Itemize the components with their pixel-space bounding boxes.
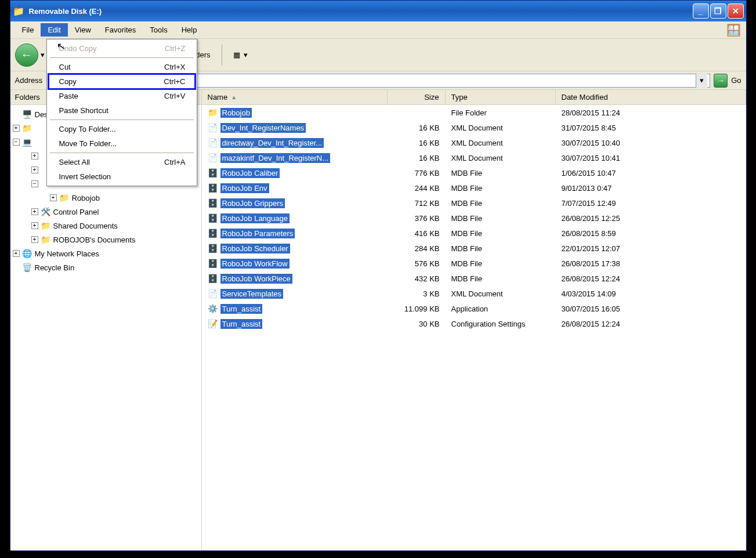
file-size: 712 KB: [388, 199, 446, 208]
menu-item-copy[interactable]: CopyCtrl+C: [49, 74, 195, 89]
minimize-button[interactable]: _: [693, 3, 709, 19]
menu-item-copy-to-folder-[interactable]: Copy To Folder...: [49, 122, 195, 136]
file-type: MDB File: [446, 229, 556, 238]
back-button[interactable]: ←: [15, 44, 38, 67]
file-row[interactable]: 📄mazakintf_Dev_Int_RegisterN...16 KBXML …: [202, 150, 746, 165]
file-name: ServiceTemplates: [220, 289, 284, 299]
file-row[interactable]: 📝Turn_assist30 KBConfiguration Settings2…: [202, 316, 746, 331]
tree-item[interactable]: 🗑️Recycle Bin: [13, 260, 201, 274]
tree-item-icon: 💻: [22, 137, 32, 147]
tree-item-label: ROBOJOB's Documents: [53, 235, 136, 244]
file-row[interactable]: 🗄️RoboJob WorkFlow576 KBMDB File26/08/20…: [202, 256, 746, 271]
tree-expand-button[interactable]: +: [13, 250, 20, 257]
file-name: Dev_Int_RegisterNames: [220, 123, 306, 133]
col-header-size[interactable]: Size: [388, 90, 446, 104]
file-list-view: Name▲ Size Type Date Modified 📁RobojobFi…: [202, 90, 746, 550]
file-name: RoboJob Scheduler: [220, 244, 290, 253]
file-row[interactable]: 🗄️RoboJob WorkPiece432 KBMDB File26/08/2…: [202, 271, 746, 286]
explorer-window: Removable Disk (E:) _ ❐ ✕ File Edit View…: [10, 0, 747, 551]
title-bar[interactable]: Removable Disk (E:) _ ❐ ✕: [10, 1, 746, 21]
menu-help[interactable]: Help: [175, 23, 204, 37]
tree-expand-button[interactable]: +: [31, 222, 38, 229]
file-type: Configuration Settings: [446, 320, 556, 328]
tree-expand-button[interactable]: +: [13, 125, 20, 132]
tree-expand-button[interactable]: −: [31, 180, 38, 187]
file-row[interactable]: 📄ServiceTemplates3 KBXML Document4/03/20…: [202, 286, 746, 301]
menu-tools[interactable]: Tools: [143, 23, 174, 37]
menu-view[interactable]: View: [68, 23, 98, 37]
menu-item-paste[interactable]: PasteCtrl+V: [49, 89, 195, 103]
menu-item-paste-shortcut[interactable]: Paste Shortcut: [49, 103, 195, 118]
menu-file[interactable]: File: [15, 23, 41, 37]
menu-item-invert-selection[interactable]: Invert Selection: [49, 169, 195, 184]
file-row[interactable]: 🗄️RoboJob Caliber776 KBMDB File1/06/2015…: [202, 165, 746, 180]
file-size: 11.099 KB: [388, 305, 446, 313]
chevron-down-icon: ▾: [244, 50, 248, 59]
tree-item[interactable]: +🌐My Network Places: [13, 247, 201, 260]
file-name: Robojob: [220, 108, 252, 118]
sort-asc-icon: ▲: [231, 94, 237, 100]
tree-expand-button[interactable]: +: [31, 236, 38, 243]
file-icon: 🗄️: [208, 213, 218, 223]
toolbar-separator: [222, 45, 222, 66]
menu-favorites[interactable]: Favorites: [98, 23, 143, 37]
tree-item[interactable]: +📁Robojob: [13, 191, 201, 205]
file-size: 244 KB: [388, 184, 446, 193]
file-size: 432 KB: [388, 274, 446, 283]
file-icon: 📁: [208, 107, 218, 118]
file-list-body: 📁RobojobFile Folder28/08/2015 11:24📄Dev_…: [202, 105, 746, 331]
col-header-date[interactable]: Date Modified: [556, 90, 746, 104]
menu-item-cut[interactable]: CutCtrl+X: [49, 60, 195, 74]
menu-edit[interactable]: Edit: [41, 23, 67, 37]
file-row[interactable]: 📄Dev_Int_RegisterNames16 KBXML Document3…: [202, 120, 746, 135]
file-icon: 🗄️: [208, 273, 218, 284]
views-icon: ▦: [233, 50, 240, 59]
menu-separator: [50, 119, 194, 120]
menu-item-accel: Ctrl+A: [164, 158, 185, 166]
file-name: RoboJob Caliber: [220, 168, 280, 178]
file-row[interactable]: 🗄️RoboJob Grippers712 KBMDB File7/07/201…: [202, 195, 746, 211]
file-row[interactable]: 🗄️RoboJob Env244 KBMDB File9/01/2013 0:4…: [202, 180, 746, 195]
go-button[interactable]: →: [714, 74, 728, 88]
menu-item-undo-copy[interactable]: Undo CopyCtrl+Z: [49, 41, 195, 56]
close-button[interactable]: ✕: [728, 3, 744, 19]
tree-item[interactable]: +📁Shared Documents: [13, 219, 201, 233]
file-size: 416 KB: [388, 229, 446, 238]
file-row[interactable]: ⚙️Turn_assist11.099 KBApplication30/07/2…: [202, 301, 746, 316]
tree-expand-button[interactable]: +: [31, 153, 38, 160]
file-size: 776 KB: [388, 169, 446, 177]
menu-item-accel: Ctrl+Z: [165, 44, 186, 53]
menu-item-accel: Ctrl+V: [164, 92, 185, 100]
file-row[interactable]: 🗄️RoboJob Scheduler284 KBMDB File22/01/2…: [202, 241, 746, 256]
file-name: RoboJob WorkPiece: [220, 274, 292, 284]
file-size: 16 KB: [388, 124, 446, 132]
file-name: Turn_assist: [220, 319, 263, 329]
tree-expand-button[interactable]: +: [50, 194, 57, 201]
file-row[interactable]: 🗄️RoboJob Language376 KBMDB File26/08/20…: [202, 211, 746, 226]
tree-item[interactable]: +🛠️Control Panel: [13, 205, 201, 219]
address-dropdown-button[interactable]: ▾: [696, 74, 707, 88]
tree-item-label: Control Panel: [53, 208, 99, 216]
file-row[interactable]: 📁RobojobFile Folder28/08/2015 11:24: [202, 105, 746, 120]
file-date: 26/08/2015 8:59: [556, 229, 746, 238]
file-type: XML Document: [446, 139, 556, 147]
col-header-type[interactable]: Type: [446, 90, 556, 104]
back-dropdown-icon[interactable]: ▾: [41, 50, 45, 59]
tree-expand-button[interactable]: −: [13, 139, 20, 146]
tree-item-label: Shared Documents: [53, 222, 118, 230]
maximize-button[interactable]: ❐: [710, 3, 726, 19]
file-type: MDB File: [446, 214, 556, 223]
file-type: MDB File: [446, 169, 556, 177]
menu-item-select-all[interactable]: Select AllCtrl+A: [49, 155, 195, 169]
menu-bar: File Edit View Favorites Tools Help 🪟 Un…: [10, 21, 746, 39]
col-header-name[interactable]: Name▲: [202, 90, 388, 104]
file-date: 26/08/2015 12:25: [556, 214, 746, 223]
tree-item[interactable]: +📁ROBOJOB's Documents: [13, 233, 201, 247]
tree-expand-button[interactable]: +: [31, 166, 38, 173]
views-button[interactable]: ▦▾: [227, 46, 254, 63]
tree-expand-button[interactable]: +: [31, 208, 38, 215]
menu-item-move-to-folder-[interactable]: Move To Folder...: [49, 136, 195, 151]
tree-item-icon: 🌐: [22, 248, 32, 259]
file-row[interactable]: 📄directway_Dev_Int_Register...16 KBXML D…: [202, 135, 746, 150]
file-row[interactable]: 🗄️RoboJob Parameters416 KBMDB File26/08/…: [202, 226, 746, 241]
